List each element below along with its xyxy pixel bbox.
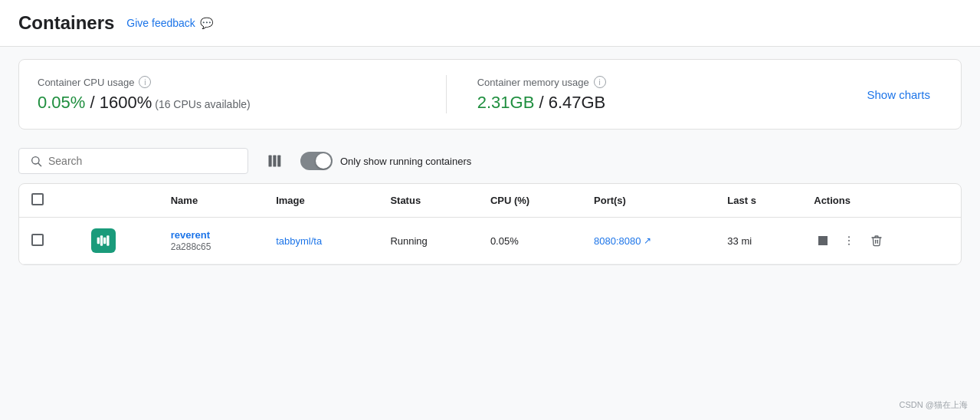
cpu-label: Container CPU usage i	[38, 76, 415, 88]
container-id: 2a288c65	[171, 241, 211, 252]
col-last: Last s	[715, 184, 801, 218]
memory-value: 2.31GB / 6.47GB	[477, 93, 855, 113]
container-icon	[91, 228, 116, 253]
svg-point-9	[848, 236, 850, 238]
more-options-button[interactable]	[838, 231, 860, 250]
status-badge: Running	[390, 235, 427, 247]
delete-button[interactable]	[866, 231, 887, 250]
cpu-total: 1600%	[100, 93, 152, 112]
row-image-cell: tabbyml/ta	[264, 218, 378, 264]
columns-button[interactable]	[261, 149, 288, 173]
cpu-info-icon[interactable]: i	[139, 76, 151, 88]
stat-divider	[446, 75, 447, 113]
cpu-note: (16 CPUs available)	[155, 98, 251, 110]
svg-rect-6	[100, 235, 103, 245]
svg-rect-5	[97, 238, 100, 244]
feedback-label: Give feedback	[126, 17, 195, 29]
svg-rect-2	[269, 156, 272, 167]
memory-total: 6.47GB	[549, 93, 606, 112]
memory-stat-block: Container memory usage i 2.31GB / 6.47GB	[477, 76, 855, 113]
cpu-value: 0.05% / 1600%(16 CPUs available)	[38, 93, 415, 113]
feedback-icon: 💬	[200, 17, 213, 29]
memory-label: Container memory usage i	[477, 76, 855, 88]
containers-table-container: Name Image Status CPU (%) Port(s) Last s…	[18, 183, 962, 265]
image-link[interactable]: tabbyml/ta	[276, 235, 322, 247]
port-value: 8080:8080	[594, 235, 641, 247]
actions-container	[814, 231, 949, 250]
svg-line-1	[38, 163, 41, 166]
toggle-track	[300, 152, 333, 170]
table-body: reverent 2a288c65 tabbyml/ta Running 0.0…	[19, 218, 961, 264]
cpu-usage: 0.05%	[490, 235, 519, 247]
toolbar: Only show running containers	[0, 142, 980, 183]
toggle-label: Only show running containers	[340, 156, 471, 167]
table-row: reverent 2a288c65 tabbyml/ta Running 0.0…	[19, 218, 961, 264]
running-filter-toggle[interactable]: Only show running containers	[300, 152, 471, 170]
search-icon	[30, 155, 42, 167]
external-link-icon: ↗	[644, 235, 651, 246]
container-name-link[interactable]: reverent	[171, 229, 251, 241]
table-header: Name Image Status CPU (%) Port(s) Last s…	[19, 184, 961, 218]
stop-icon	[818, 236, 828, 245]
svg-rect-4	[277, 156, 280, 167]
stats-card: Container CPU usage i 0.05% / 1600%(16 C…	[18, 59, 962, 130]
row-actions-cell	[801, 218, 961, 264]
search-box	[18, 148, 248, 174]
last-seen: 33 mi	[727, 235, 752, 247]
trash-icon	[870, 235, 883, 247]
page-header: Containers Give feedback 💬	[0, 0, 980, 47]
cpu-stat-block: Container CPU usage i 0.05% / 1600%(16 C…	[38, 76, 415, 113]
col-status: Status	[378, 184, 478, 218]
col-actions: Actions	[801, 184, 961, 218]
row-checkbox-cell	[19, 218, 79, 264]
stop-button[interactable]	[814, 233, 832, 248]
cpu-value-green: 0.05%	[38, 93, 85, 112]
svg-rect-8	[107, 235, 109, 245]
memory-value-green: 2.31GB	[477, 93, 535, 112]
memory-info-icon[interactable]: i	[594, 76, 606, 88]
feedback-link[interactable]: Give feedback 💬	[126, 17, 213, 29]
show-charts-button[interactable]: Show charts	[854, 82, 942, 107]
svg-point-11	[848, 244, 850, 245]
row-last-cell: 33 mi	[715, 218, 801, 264]
col-checkbox	[19, 184, 79, 218]
row-checkbox[interactable]	[31, 234, 44, 246]
search-input[interactable]	[48, 155, 237, 167]
select-all-checkbox[interactable]	[31, 193, 44, 205]
page-title: Containers	[18, 12, 114, 34]
toggle-switch[interactable]	[300, 152, 333, 170]
kebab-icon	[843, 235, 855, 247]
row-status-cell: Running	[378, 218, 478, 264]
row-port-cell: 8080:8080 ↗	[582, 218, 715, 264]
col-name: Name	[159, 184, 264, 218]
svg-point-10	[848, 240, 850, 241]
header-row: Name Image Status CPU (%) Port(s) Last s…	[19, 184, 961, 218]
col-ports: Port(s)	[582, 184, 715, 218]
col-cpu: CPU (%)	[478, 184, 582, 218]
row-name-cell: reverent 2a288c65	[159, 218, 264, 264]
col-image: Image	[264, 184, 378, 218]
col-icon	[79, 184, 159, 218]
columns-icon	[267, 153, 282, 169]
svg-rect-3	[273, 156, 276, 167]
toggle-thumb	[316, 153, 331, 169]
container-logo	[96, 233, 111, 248]
svg-rect-7	[103, 238, 106, 244]
containers-table: Name Image Status CPU (%) Port(s) Last s…	[19, 184, 961, 264]
port-link[interactable]: 8080:8080 ↗	[594, 235, 703, 247]
row-icon-cell	[79, 218, 159, 264]
row-cpu-cell: 0.05%	[478, 218, 582, 264]
